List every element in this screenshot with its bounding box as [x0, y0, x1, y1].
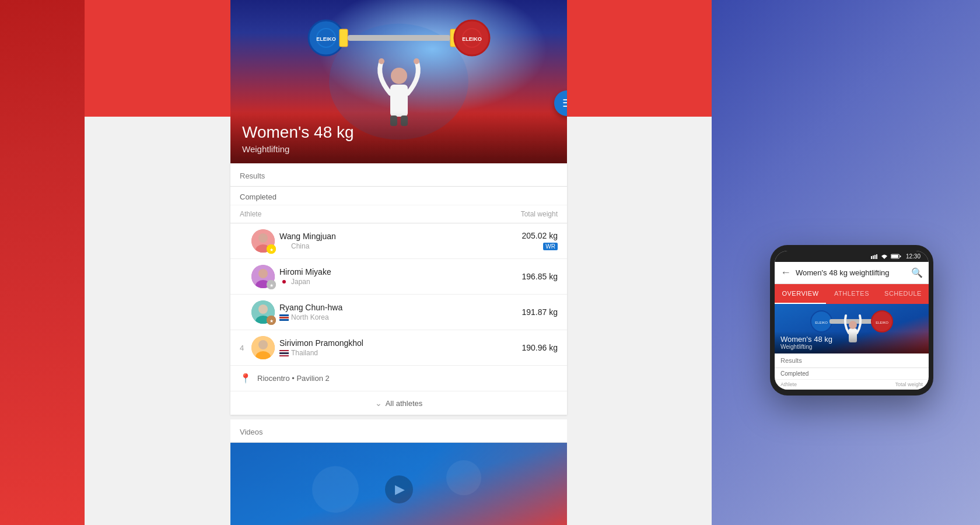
athlete-info-sirivimon: Sirivimon Pramongkhol Thailand	[279, 338, 522, 357]
gold-medal-badge: ★	[267, 244, 276, 254]
avatar-ryang: ★	[251, 300, 275, 324]
bronze-medal-badge: ★	[267, 316, 276, 325]
phone-tab-athletes[interactable]: ATHLETES	[826, 284, 877, 304]
weight-value-sirivimon: 190.96 kg	[522, 343, 558, 352]
weight-wang: 205.02 kg WR	[522, 231, 558, 251]
svg-text:ELEIKO: ELEIKO	[815, 321, 828, 324]
table-header-row: Athlete Total weight	[230, 205, 567, 223]
weight-ryang: 191.87 kg	[522, 307, 558, 317]
avatar-sirivimon	[251, 336, 275, 359]
svg-rect-42	[900, 256, 901, 257]
svg-rect-38	[873, 256, 874, 259]
menu-icon: ☰	[562, 98, 567, 108]
silver-medal-badge: ★	[267, 280, 276, 289]
avatar-image-sirivimon	[251, 336, 275, 359]
chevron-down-icon: ⌄	[375, 398, 382, 408]
phone-search-text[interactable]: Women's 48 kg weightlifting	[796, 268, 907, 277]
athlete-name-wang: Wang Mingjuan	[279, 232, 522, 241]
flag-nkorea	[279, 314, 289, 321]
flag-china	[279, 243, 289, 250]
videos-section-title: Videos	[230, 419, 567, 443]
flag-thailand	[279, 350, 289, 356]
hero-title: Women's 48 kg	[242, 123, 555, 142]
athlete-column-header: Athlete	[240, 210, 261, 218]
svg-text:★: ★	[270, 247, 274, 253]
weight-value-hiromi: 196.85 kg	[522, 272, 558, 281]
phone-hero-subtitle: Weightlifting	[780, 344, 923, 350]
phone-mockup: 12:30 ← Women's 48 kg weightlifting 🔍 OV…	[770, 245, 933, 396]
location-text: Riocentro • Pavilion 2	[257, 374, 330, 383]
phone-tabs: OVERVIEW ATHLETES SCHEDULE	[775, 284, 929, 304]
hero-image: ELEIKO ELEIKO	[230, 0, 567, 163]
phone-search-bar: ← Women's 48 kg weightlifting 🔍	[775, 262, 929, 284]
svg-rect-34	[230, 443, 567, 525]
phone-hero-image: ELEIKO ELEIKO Women's 48 kg Weightliftin…	[775, 304, 929, 354]
avatar-hiromi: ★	[251, 265, 275, 288]
country-japan: Japan	[291, 278, 310, 286]
flag-japan	[279, 279, 289, 285]
phone-screen: 12:30 ← Women's 48 kg weightlifting 🔍 OV…	[775, 251, 929, 390]
video-thumbnail[interactable]: ▶	[230, 443, 567, 525]
rank-4: 4	[240, 344, 251, 352]
wr-badge-wang: WR	[522, 240, 558, 251]
athlete-row-3: ★ Ryang Chun-hwa North Korea 191.87 kg	[230, 295, 567, 330]
phone-back-icon[interactable]: ←	[780, 267, 791, 279]
country-row-wang: China	[279, 242, 522, 250]
svg-point-17	[258, 233, 268, 243]
svg-text:★: ★	[270, 318, 274, 324]
svg-point-12	[379, 58, 384, 64]
results-section-title: Results	[230, 163, 567, 187]
svg-point-13	[414, 58, 419, 64]
hero-overlay: Women's 48 kg Weightlifting	[230, 111, 567, 163]
svg-point-36	[446, 460, 481, 495]
location-row: 📍 Riocentro • Pavilion 2	[230, 366, 567, 391]
phone-table-header: Athlete Total weight	[775, 380, 929, 390]
svg-point-35	[312, 466, 359, 513]
svg-text:★: ★	[270, 283, 274, 288]
phone-tab-schedule[interactable]: SCHEDULE	[877, 284, 929, 304]
phone-tab-overview[interactable]: OVERVIEW	[775, 284, 826, 304]
svg-rect-4	[340, 29, 348, 47]
svg-rect-43	[891, 255, 898, 258]
weight-column-header: Total weight	[521, 210, 558, 218]
phone-results-label: Results	[775, 354, 929, 368]
all-athletes-label: All athletes	[386, 399, 423, 408]
phone-athlete-col: Athlete	[780, 382, 797, 387]
phone-time: 12:30	[906, 253, 921, 260]
left-background	[0, 0, 85, 525]
avatar-wang: ★	[251, 229, 275, 253]
athlete-name-ryang: Ryang Chun-hwa	[279, 303, 522, 312]
status-completed: Completed	[230, 187, 567, 205]
svg-text:ELEIKO: ELEIKO	[462, 36, 482, 42]
athlete-row-4: 4 Sirivimon Pramongkhol Thailand	[230, 330, 567, 366]
weight-value-wang: 205.02 kg	[522, 231, 558, 240]
athlete-info-ryang: Ryang Chun-hwa North Korea	[279, 303, 522, 321]
athlete-info-hiromi: Hiromi Miyake Japan	[279, 267, 522, 286]
svg-text:ELEIKO: ELEIKO	[876, 321, 888, 324]
phone-search-icon[interactable]: 🔍	[911, 267, 923, 278]
hero-subtitle: Weightlifting	[242, 144, 555, 154]
svg-rect-5	[348, 35, 450, 41]
svg-rect-39	[874, 255, 876, 259]
all-athletes-row[interactable]: ⌄ All athletes	[230, 391, 567, 415]
weight-hiromi: 196.85 kg	[522, 272, 558, 281]
athlete-row-2: ★ Hiromi Miyake Japan 196.85 kg	[230, 259, 567, 295]
weight-sirivimon: 190.96 kg	[522, 343, 558, 352]
location-pin-icon: 📍	[240, 373, 251, 384]
svg-point-27	[258, 304, 268, 314]
phone-status-bar: 12:30	[775, 251, 929, 262]
phone-completed-label: Completed	[775, 368, 929, 380]
athlete-info-wang: Wang Mingjuan China	[279, 232, 522, 250]
svg-rect-37	[871, 256, 872, 259]
svg-point-22	[258, 269, 268, 278]
phone-hero-title: Women's 48 kg	[780, 335, 923, 344]
phone-weight-col: Total weight	[895, 382, 923, 387]
videos-section: Videos ▶	[230, 419, 567, 525]
country-row-sirivimon: Thailand	[279, 349, 522, 357]
country-thailand: Thailand	[291, 349, 318, 357]
results-card: Results Completed Athlete Total weight	[230, 163, 567, 415]
svg-point-51	[849, 321, 857, 329]
athlete-row-1: ★ Wang Mingjuan China 205.02 kg WR	[230, 223, 567, 259]
country-china: China	[291, 242, 309, 250]
country-nkorea: North Korea	[291, 313, 329, 321]
